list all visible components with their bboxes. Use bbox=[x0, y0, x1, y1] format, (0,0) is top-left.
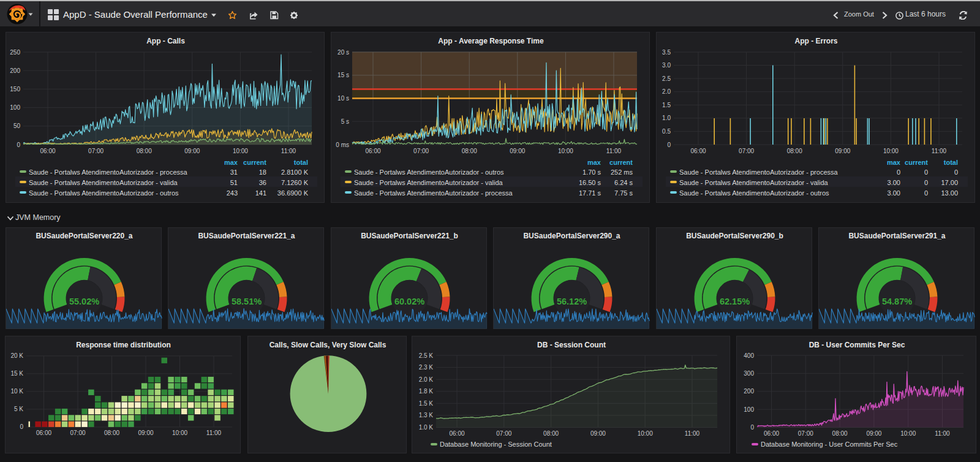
svg-text:0: 0 bbox=[954, 169, 958, 176]
svg-text:20 s: 20 s bbox=[337, 49, 349, 56]
svg-text:08:00: 08:00 bbox=[832, 430, 848, 437]
svg-text:Calls, Slow Calls, Very Slow C: Calls, Slow Calls, Very Slow Calls bbox=[270, 341, 386, 349]
svg-text:200: 200 bbox=[10, 67, 20, 74]
svg-text:BUSaudePortalServer221_a: BUSaudePortalServer221_a bbox=[198, 232, 295, 240]
svg-text:18: 18 bbox=[259, 169, 266, 176]
svg-text:Saude - Portalws AtendimentoAu: Saude - Portalws AtendimentoAutorizador … bbox=[679, 189, 829, 197]
svg-text:08:00: 08:00 bbox=[462, 148, 477, 154]
svg-text:BUSaudePortalServer291_a: BUSaudePortalServer291_a bbox=[848, 232, 945, 240]
svg-text:Saude - Portalws AtendimentoAu: Saude - Portalws AtendimentoAutorizador … bbox=[354, 169, 504, 176]
svg-text:Saude - Portalws AtendimentoAu: Saude - Portalws AtendimentoAutorizador … bbox=[354, 189, 513, 197]
svg-text:2.0 K: 2.0 K bbox=[419, 376, 434, 383]
svg-text:Database Monitoring - Session: Database Monitoring - Session Count bbox=[440, 441, 552, 448]
svg-text:15 s: 15 s bbox=[337, 72, 349, 78]
svg-text:BUSaudePortalServer220_a: BUSaudePortalServer220_a bbox=[36, 232, 132, 240]
svg-text:09:00: 09:00 bbox=[510, 148, 525, 154]
svg-text:BUSaudePortalServer221_b: BUSaudePortalServer221_b bbox=[361, 232, 458, 240]
svg-text:06:00: 06:00 bbox=[36, 430, 51, 436]
svg-text:200: 200 bbox=[744, 388, 754, 395]
svg-text:0: 0 bbox=[667, 142, 671, 148]
svg-text:100: 100 bbox=[744, 406, 754, 413]
svg-text:17.00: 17.00 bbox=[941, 179, 958, 186]
svg-text:56.12%: 56.12% bbox=[557, 297, 587, 306]
svg-text:current: current bbox=[905, 159, 928, 166]
svg-text:Database Monitoring - User Com: Database Monitoring - User Commits Per S… bbox=[761, 441, 898, 448]
svg-text:0: 0 bbox=[897, 169, 900, 176]
svg-text:3.5: 3.5 bbox=[662, 49, 671, 56]
svg-text:06:00: 06:00 bbox=[690, 148, 706, 154]
svg-text:51: 51 bbox=[230, 179, 238, 186]
svg-text:11:00: 11:00 bbox=[932, 148, 947, 154]
svg-text:Saude - Portalws AtendimentoAu: Saude - Portalws AtendimentoAutorizador … bbox=[29, 189, 179, 197]
svg-text:10 s: 10 s bbox=[337, 95, 349, 102]
svg-text:09:00: 09:00 bbox=[835, 148, 850, 154]
svg-text:31: 31 bbox=[230, 169, 238, 176]
svg-text:16.50 s: 16.50 s bbox=[579, 179, 601, 186]
svg-text:DB - Session Count: DB - Session Count bbox=[537, 341, 606, 349]
svg-text:15 K: 15 K bbox=[10, 370, 23, 377]
svg-text:08:00: 08:00 bbox=[543, 430, 559, 437]
svg-text:1.5: 1.5 bbox=[662, 102, 671, 108]
svg-text:252 ms: 252 ms bbox=[611, 169, 633, 176]
svg-text:50: 50 bbox=[13, 123, 21, 129]
svg-text:BUSaudePortalServer290_a: BUSaudePortalServer290_a bbox=[524, 232, 620, 240]
svg-text:11:00: 11:00 bbox=[281, 148, 296, 154]
svg-text:36.6900 K: 36.6900 K bbox=[277, 189, 309, 197]
svg-text:300: 300 bbox=[744, 370, 754, 377]
svg-text:11:00: 11:00 bbox=[685, 430, 700, 437]
svg-text:06:00: 06:00 bbox=[449, 430, 464, 437]
svg-text:58.51%: 58.51% bbox=[232, 297, 262, 306]
svg-text:54.87%: 54.87% bbox=[882, 297, 912, 306]
svg-text:06:00: 06:00 bbox=[764, 430, 779, 437]
svg-text:11:00: 11:00 bbox=[935, 430, 950, 437]
svg-text:Saude - Portalws AtendimentoAu: Saude - Portalws AtendimentoAutorizador … bbox=[679, 169, 839, 176]
svg-text:1.3 K: 1.3 K bbox=[419, 412, 434, 418]
svg-text:13.00: 13.00 bbox=[941, 189, 958, 197]
svg-text:1.0: 1.0 bbox=[662, 115, 671, 121]
svg-text:243: 243 bbox=[227, 189, 238, 197]
svg-text:5 K: 5 K bbox=[14, 406, 23, 412]
svg-text:55.02%: 55.02% bbox=[69, 297, 99, 306]
svg-text:11:00: 11:00 bbox=[606, 148, 622, 154]
svg-text:6.24 s: 6.24 s bbox=[614, 179, 633, 186]
svg-text:100: 100 bbox=[10, 104, 20, 111]
svg-text:2.5 K: 2.5 K bbox=[419, 352, 434, 359]
svg-text:3.0: 3.0 bbox=[662, 62, 671, 69]
svg-text:09:00: 09:00 bbox=[866, 430, 881, 437]
svg-text:2.8100 K: 2.8100 K bbox=[281, 169, 309, 176]
svg-text:06:00: 06:00 bbox=[40, 148, 55, 154]
svg-text:total: total bbox=[294, 159, 308, 166]
svg-text:250: 250 bbox=[10, 49, 20, 56]
svg-text:06:00: 06:00 bbox=[365, 148, 380, 154]
svg-text:1.8 K: 1.8 K bbox=[419, 388, 434, 395]
svg-text:7.1260 K: 7.1260 K bbox=[281, 179, 309, 186]
svg-text:DB - User Commits Per Sec: DB - User Commits Per Sec bbox=[809, 341, 905, 349]
svg-text:2.3 K: 2.3 K bbox=[419, 364, 434, 371]
svg-text:20 K: 20 K bbox=[10, 352, 23, 359]
svg-text:09:00: 09:00 bbox=[590, 430, 606, 437]
svg-text:141: 141 bbox=[255, 189, 266, 197]
svg-text:Response time distribution: Response time distribution bbox=[76, 341, 171, 349]
svg-text:09:00: 09:00 bbox=[138, 430, 153, 436]
svg-text:max: max bbox=[887, 159, 901, 166]
svg-text:Saude - Portalws AtendimentoAu: Saude - Portalws AtendimentoAutorizador … bbox=[354, 179, 503, 186]
svg-text:08:00: 08:00 bbox=[137, 148, 152, 154]
svg-text:07:00: 07:00 bbox=[739, 148, 754, 154]
svg-text:10:00: 10:00 bbox=[883, 148, 899, 154]
svg-text:7.75 s: 7.75 s bbox=[614, 189, 633, 197]
svg-text:07:00: 07:00 bbox=[413, 148, 429, 154]
svg-text:10 K: 10 K bbox=[10, 388, 23, 395]
svg-text:3.00: 3.00 bbox=[888, 189, 900, 197]
svg-text:0: 0 bbox=[924, 179, 928, 186]
svg-text:App - Calls: App - Calls bbox=[146, 37, 185, 45]
svg-text:0: 0 bbox=[20, 423, 23, 430]
svg-text:current: current bbox=[609, 159, 633, 166]
svg-text:App - Average Response Time: App - Average Response Time bbox=[438, 37, 544, 45]
svg-text:2.0: 2.0 bbox=[662, 88, 671, 95]
svg-text:10:00: 10:00 bbox=[638, 430, 653, 437]
svg-text:60.02%: 60.02% bbox=[394, 297, 424, 306]
svg-text:07:00: 07:00 bbox=[798, 430, 813, 437]
svg-text:0: 0 bbox=[924, 189, 928, 197]
svg-text:10:00: 10:00 bbox=[172, 430, 187, 436]
svg-text:0 ms: 0 ms bbox=[336, 142, 349, 148]
